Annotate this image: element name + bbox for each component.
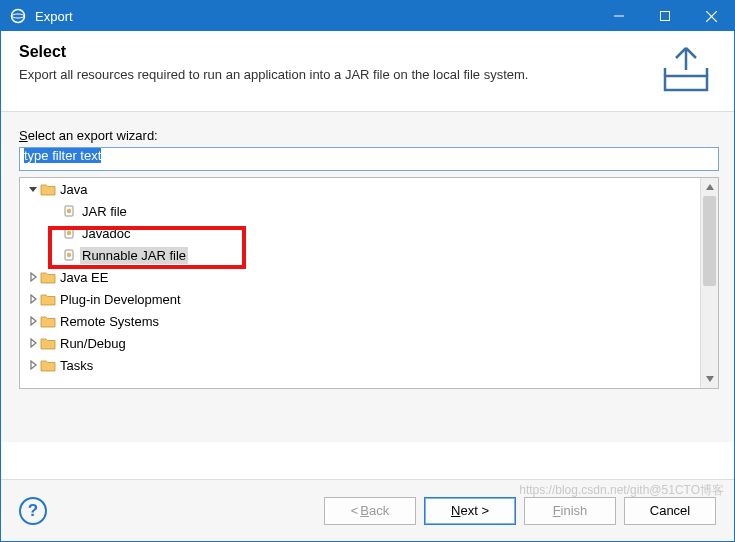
back-button[interactable]: < Back xyxy=(324,497,416,525)
dialog-heading: Select xyxy=(19,43,644,61)
chevron-right-icon[interactable] xyxy=(26,272,40,282)
jar-file-icon xyxy=(62,226,80,240)
folder-icon xyxy=(40,336,58,350)
dialog-body: Select an export wizard: type filter tex… xyxy=(1,112,734,442)
finish-button[interactable]: Finish xyxy=(524,497,616,525)
scroll-down-button[interactable] xyxy=(701,370,718,388)
svg-point-14 xyxy=(67,253,71,257)
titlebar: Export xyxy=(1,1,734,31)
tree-item-label: Java xyxy=(58,181,89,198)
help-button[interactable]: ? xyxy=(19,497,47,525)
dialog-description: Export all resources required to run an … xyxy=(19,67,644,82)
chevron-right-icon[interactable] xyxy=(26,360,40,370)
jar-file-icon xyxy=(62,248,80,262)
tree-item-label: Tasks xyxy=(58,357,95,374)
chevron-down-icon[interactable] xyxy=(26,184,40,194)
tree-folder[interactable]: Java xyxy=(20,178,700,200)
cancel-button[interactable]: Cancel xyxy=(624,497,716,525)
folder-icon xyxy=(40,314,58,328)
dialog-header: Select Export all resources required to … xyxy=(1,31,734,112)
svg-point-10 xyxy=(67,209,71,213)
tree-item[interactable]: JAR file xyxy=(20,200,700,222)
wizard-tree: JavaJAR fileJavadocRunnable JAR fileJava… xyxy=(19,177,719,389)
chevron-right-icon[interactable] xyxy=(26,338,40,348)
tree-item-label: Remote Systems xyxy=(58,313,161,330)
tree-item-label: Java EE xyxy=(58,269,110,286)
tree-item[interactable]: Javadoc xyxy=(20,222,700,244)
maximize-button[interactable] xyxy=(642,1,688,31)
filter-text-input[interactable]: type filter text xyxy=(19,147,719,171)
svg-rect-6 xyxy=(665,76,707,90)
folder-icon xyxy=(40,358,58,372)
folder-icon xyxy=(40,292,58,306)
chevron-right-icon[interactable] xyxy=(26,294,40,304)
tree-item-label: Plug-in Development xyxy=(58,291,183,308)
tree-item-label: Runnable JAR file xyxy=(80,247,188,264)
filter-text-value: type filter text xyxy=(24,148,101,163)
scroll-up-button[interactable] xyxy=(701,178,718,196)
chevron-right-icon[interactable] xyxy=(26,316,40,326)
tree-item-label: JAR file xyxy=(80,203,129,220)
svg-point-0 xyxy=(12,10,25,23)
window-title: Export xyxy=(35,9,596,24)
scroll-thumb[interactable] xyxy=(703,196,716,286)
minimize-button[interactable] xyxy=(596,1,642,31)
folder-icon xyxy=(40,182,58,196)
next-button[interactable]: Next > xyxy=(424,497,516,525)
folder-icon xyxy=(40,270,58,284)
eclipse-icon xyxy=(9,7,27,25)
tree-item[interactable]: Runnable JAR file xyxy=(20,244,700,266)
tree-folder[interactable]: Run/Debug xyxy=(20,332,700,354)
wizard-label: Select an export wizard: xyxy=(19,128,716,143)
tree-folder[interactable]: Remote Systems xyxy=(20,310,700,332)
scroll-track[interactable] xyxy=(701,196,718,370)
jar-file-icon xyxy=(62,204,80,218)
tree-folder[interactable]: Java EE xyxy=(20,266,700,288)
svg-point-12 xyxy=(67,231,71,235)
tree-folder[interactable]: Plug-in Development xyxy=(20,288,700,310)
tree-item-label: Javadoc xyxy=(80,225,132,242)
tree-scrollbar[interactable] xyxy=(700,178,718,388)
close-button[interactable] xyxy=(688,1,734,31)
svg-rect-3 xyxy=(661,12,670,21)
dialog-footer: ? < Back Next > Finish Cancel xyxy=(1,479,734,541)
tree-item-label: Run/Debug xyxy=(58,335,128,352)
export-banner-icon xyxy=(656,43,716,97)
svg-point-1 xyxy=(12,14,24,18)
tree-folder[interactable]: Tasks xyxy=(20,354,700,376)
